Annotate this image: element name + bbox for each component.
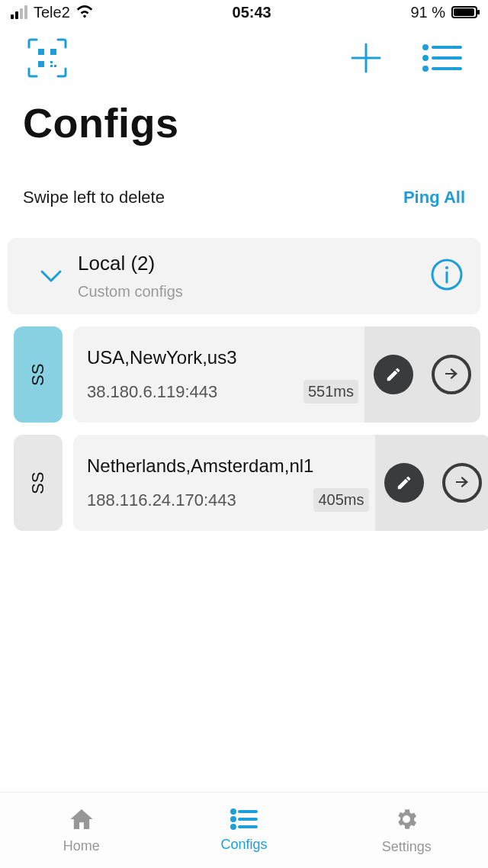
- svg-rect-1: [50, 49, 56, 55]
- svg-point-10: [424, 56, 427, 59]
- svg-point-12: [424, 67, 427, 70]
- bottom-nav: Home Configs Settings: [0, 792, 488, 868]
- hint-row: Swipe left to delete Ping All: [0, 153, 488, 238]
- edit-button[interactable]: [384, 463, 424, 503]
- svg-rect-5: [50, 65, 53, 67]
- nav-settings[interactable]: Settings: [326, 792, 488, 868]
- nav-home[interactable]: Home: [0, 792, 162, 868]
- group-title: Local (2): [78, 252, 430, 275]
- config-name: Netherlands,Amsterdam,nl1: [87, 455, 313, 477]
- nav-configs-label: Configs: [220, 837, 267, 853]
- svg-rect-0: [38, 49, 44, 55]
- carrier-label: Tele2: [34, 4, 70, 21]
- home-icon: [68, 807, 95, 835]
- svg-point-8: [424, 46, 427, 49]
- clock: 05:43: [233, 4, 271, 21]
- gear-icon: [393, 806, 419, 836]
- nav-home-label: Home: [63, 838, 100, 854]
- page-title: Configs: [0, 88, 488, 153]
- info-button[interactable]: [430, 258, 464, 294]
- menu-list-button[interactable]: [422, 43, 462, 76]
- battery-percent: 91 %: [410, 4, 445, 21]
- share-button[interactable]: [432, 355, 471, 394]
- svg-point-19: [232, 818, 235, 821]
- chevron-down-icon: [24, 268, 78, 284]
- add-config-button[interactable]: [349, 41, 383, 78]
- config-actions: [364, 326, 480, 423]
- status-left: Tele2: [11, 4, 93, 21]
- protocol-tag: SS: [14, 326, 63, 423]
- edit-button[interactable]: [374, 355, 413, 394]
- config-body: Netherlands,Amsterdam,nl1 188.116.24.170…: [73, 435, 488, 531]
- group-header-local[interactable]: Local (2) Custom configs: [8, 238, 480, 314]
- qr-scan-button[interactable]: [26, 37, 69, 82]
- swipe-hint: Swipe left to delete: [23, 188, 165, 207]
- list-icon: [230, 809, 258, 834]
- svg-point-15: [445, 266, 448, 269]
- nav-settings-label: Settings: [382, 839, 432, 855]
- top-controls: [0, 24, 488, 88]
- status-bar: Tele2 05:43 91 %: [0, 0, 488, 24]
- ping-badge: 405ms: [313, 488, 368, 512]
- ping-badge: 551ms: [303, 380, 358, 403]
- svg-point-21: [232, 825, 235, 828]
- svg-point-17: [232, 810, 235, 813]
- battery-icon: [451, 6, 477, 18]
- config-body: USA,NewYork,us3 38.180.6.119:443 551ms: [73, 326, 480, 423]
- svg-rect-2: [38, 61, 44, 67]
- svg-rect-3: [50, 61, 53, 63]
- config-row[interactable]: SS Netherlands,Amsterdam,nl1 188.116.24.…: [14, 435, 480, 531]
- config-address: 38.180.6.119:443: [87, 382, 303, 402]
- nav-configs[interactable]: Configs: [162, 792, 325, 868]
- wifi-icon: [76, 4, 93, 21]
- group-subtitle: Custom configs: [78, 283, 430, 301]
- ping-all-button[interactable]: Ping All: [403, 188, 465, 207]
- config-name: USA,NewYork,us3: [87, 347, 303, 368]
- protocol-tag: SS: [14, 435, 63, 531]
- config-address: 188.116.24.170:443: [87, 490, 313, 510]
- config-actions: [375, 435, 489, 531]
- status-right: 91 %: [410, 4, 477, 21]
- share-button[interactable]: [442, 463, 482, 503]
- config-row[interactable]: SS USA,NewYork,us3 38.180.6.119:443 551m…: [14, 326, 480, 423]
- svg-rect-4: [54, 65, 56, 67]
- signal-icon: [11, 5, 27, 19]
